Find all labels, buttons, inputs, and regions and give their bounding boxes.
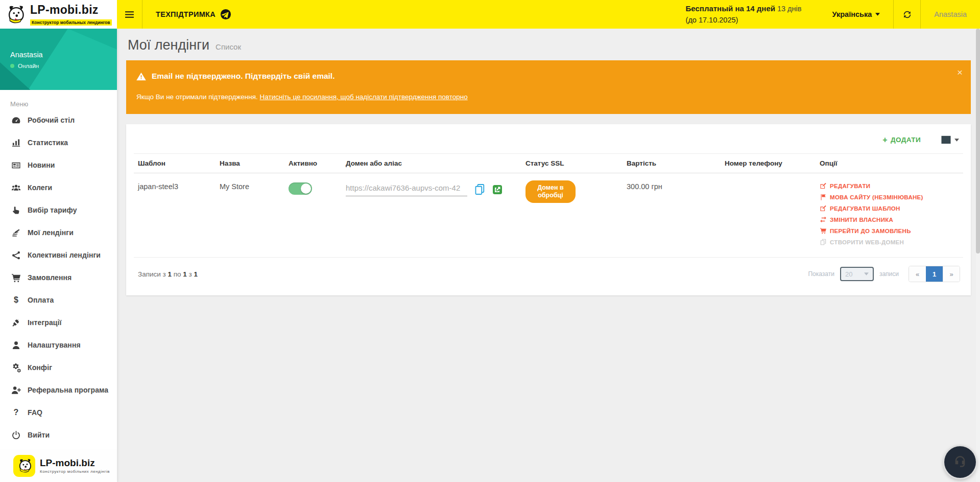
sidebar-item-cogs[interactable]: Конфіг — [0, 356, 117, 379]
pagination-area: Показати 20 записи « 1 » — [808, 266, 960, 282]
sidebar-user-panel: Anastasia Онлайн — [0, 29, 117, 90]
cell-phone — [721, 173, 816, 258]
records-text: по — [172, 270, 183, 278]
row-option-link[interactable]: МОВА САЙТУ (НЕЗМІНЮВАНЕ) — [820, 194, 959, 200]
next-page-button[interactable]: » — [943, 266, 960, 282]
user-icon — [11, 340, 21, 350]
pager: « 1 » — [909, 266, 960, 282]
copy-domain-icon[interactable] — [474, 183, 486, 195]
landing-icon — [11, 228, 21, 238]
sidebar-item-user[interactable]: Налаштування — [0, 334, 117, 356]
add-button-label: ДОДАТИ — [891, 136, 921, 144]
sidebar-item-users[interactable]: Колеги — [0, 176, 117, 199]
resend-confirmation-link[interactable]: Натисніть це посилання, щоб надіслати пі… — [260, 93, 468, 101]
topbar-right: Бесплатный на 14 дней13 днів (до 17.10.2… — [686, 0, 980, 29]
warning-icon — [136, 72, 146, 81]
trial-info: Бесплатный на 14 дней13 днів (до 17.10.2… — [686, 3, 802, 25]
row-option-label: СТВОРИТИ WEB-ДОМЕН — [830, 239, 904, 245]
plug-icon — [11, 318, 21, 328]
edit-icon — [820, 205, 827, 212]
sidebar-item-hand-pointer[interactable]: Вибір тарифу — [0, 199, 117, 221]
row-option-label: РЕДАГУВАТИ — [830, 183, 870, 189]
sidebar-item-question[interactable]: ? FAQ — [0, 401, 117, 424]
page-scrollbar — [976, 29, 980, 482]
sidebar-item-plug[interactable]: Інтеграції — [0, 311, 117, 334]
sidebar-item-dollar[interactable]: $ Оплата — [0, 289, 117, 311]
sidebar-item-cart[interactable]: Замовлення — [0, 266, 117, 289]
topbar-username[interactable]: Anastasia — [921, 0, 980, 29]
hand-pointer-icon — [11, 205, 21, 215]
sidebar-item-label: Колективні лендінги — [28, 251, 101, 259]
cart-icon — [11, 273, 21, 283]
column-header: Назва — [216, 154, 284, 173]
online-dot-icon — [10, 64, 14, 68]
language-selector[interactable]: Українська — [819, 0, 894, 29]
sidebar-item-label: Статистика — [28, 139, 68, 147]
open-domain-icon[interactable] — [492, 185, 503, 195]
sidebar-item-label: Замовлення — [28, 273, 71, 282]
hamburger-icon — [125, 11, 134, 18]
dollar-icon: $ — [11, 295, 21, 305]
dog-logo-icon — [4, 3, 27, 26]
add-landing-button[interactable]: + ДОДАТИ — [882, 136, 921, 144]
refresh-icon — [903, 10, 912, 19]
sidebar-item-label: Конфіг — [28, 363, 52, 372]
row-option-label: ЗМІНИТИ ВЛАСНИКА — [830, 217, 893, 223]
brand-tagline: Конструктор мобильных лендингов — [30, 19, 112, 26]
sidebar-item-share[interactable]: Колективні лендінги — [0, 244, 117, 266]
headset-icon — [952, 454, 968, 470]
column-header: Статус SSL — [521, 154, 623, 173]
page-size-select[interactable]: 20 — [840, 267, 874, 281]
row-option-label: ПЕРЕЙТИ ДО ЗАМОВЛЕНЬ — [830, 228, 911, 234]
support-link[interactable]: ТЕХПІДТРИМКА — [156, 9, 231, 20]
telegram-icon — [220, 9, 231, 20]
question-icon: ? — [11, 408, 21, 418]
landings-panel: + ДОДАТИ ШаблонНазваАктивноДомен або алі… — [126, 124, 971, 295]
alert-title-row: Email не підтверджено. Підтвердіть свій … — [136, 72, 946, 81]
user-plus-icon — [11, 385, 21, 395]
prev-page-button[interactable]: « — [909, 266, 926, 282]
scrollbar-thumb[interactable] — [976, 29, 980, 254]
menu-section-label: Меню — [0, 90, 117, 109]
column-header: Вартість — [623, 154, 721, 173]
column-header: Номер телефону — [721, 154, 816, 173]
sidebar-item-label: Налаштування — [28, 341, 81, 349]
sidebar-item-label: Інтеграції — [28, 318, 62, 327]
page-1-button[interactable]: 1 — [926, 266, 943, 282]
domain-input[interactable]: https://cakawi7636-aupvs-com-42 — [346, 182, 467, 196]
domain-cell: https://cakawi7636-aupvs-com-42 — [346, 182, 517, 196]
topbar: LP-mobi.biz Конструктор мобильных лендин… — [0, 0, 980, 29]
sidebar: Anastasia Онлайн Меню Робочий стіл Стати… — [0, 29, 117, 482]
close-icon[interactable]: × — [957, 67, 963, 77]
sidebar-item-power[interactable]: Вийти — [0, 424, 117, 446]
row-option-label: РЕДАГУВАТИ ШАБЛОН — [830, 205, 900, 212]
records-text: Записи з — [138, 270, 168, 278]
footer-brand-name: LP-mobi.biz — [40, 457, 110, 469]
sidebar-item-news[interactable]: Новини — [0, 154, 117, 176]
row-option-link[interactable]: ЗМІНИТИ ВЛАСНИКА — [820, 216, 959, 223]
row-option-link[interactable]: РЕДАГУВАТИ — [820, 182, 959, 189]
status-label: Онлайн — [18, 63, 39, 69]
sidebar-toggle-button[interactable] — [117, 0, 142, 29]
table-grid-icon — [941, 135, 951, 144]
sidebar-item-landing[interactable]: Мої лендінги — [0, 221, 117, 244]
sidebar-item-label: Реферальна програма — [28, 386, 108, 394]
support-chat-button[interactable] — [944, 446, 976, 478]
sidebar-item-user-plus[interactable]: Реферальна програма — [0, 379, 117, 401]
row-option-link[interactable]: ПЕРЕЙТИ ДО ЗАМОВЛЕНЬ — [820, 227, 959, 234]
columns-selector[interactable] — [941, 135, 959, 144]
trial-days: 13 днів — [777, 5, 802, 13]
sidebar-item-stats[interactable]: Статистика — [0, 131, 117, 154]
main-content: Мої лендінги Список Email не підтверджен… — [117, 29, 980, 482]
app-logo[interactable]: LP-mobi.biz Конструктор мобильных лендин… — [0, 0, 117, 29]
footer-logo[interactable]: LP-mobi.biz Конструктор мобільних лендін… — [0, 449, 117, 482]
refresh-button[interactable] — [894, 0, 920, 29]
row-option-link[interactable]: РЕДАГУВАТИ ШАБЛОН — [820, 205, 959, 212]
page-title: Мої лендінги — [128, 37, 209, 53]
column-header: Активно — [284, 154, 342, 173]
sidebar-item-dashboard[interactable]: Робочий стіл — [0, 109, 117, 131]
users-icon — [11, 183, 21, 193]
page-head: Мої лендінги Список — [117, 29, 980, 59]
active-toggle[interactable] — [289, 182, 312, 195]
power-icon — [11, 430, 21, 440]
